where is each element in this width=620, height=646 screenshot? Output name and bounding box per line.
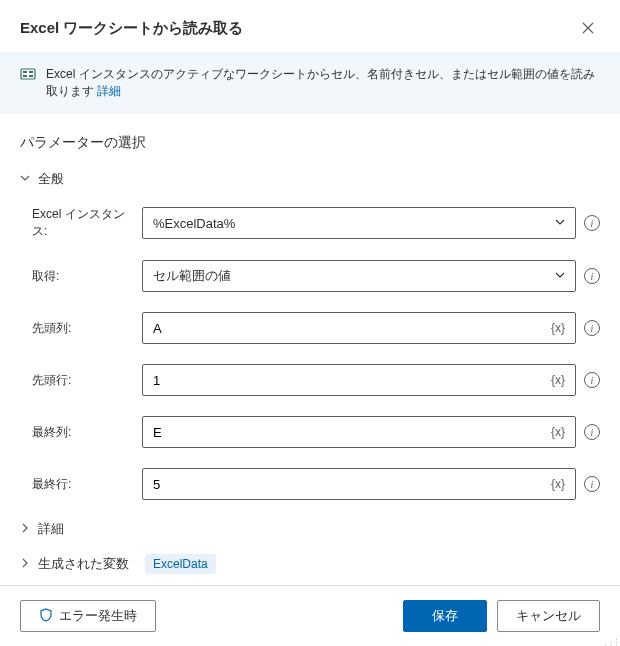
label-instance: Excel インスタンス: [22, 206, 134, 240]
input-endrow-wrap: {x} [142, 468, 576, 500]
section-title: パラメーターの選択 [20, 134, 600, 152]
variable-picker-icon[interactable]: {x} [551, 321, 565, 335]
generated-vars-toggle[interactable]: 生成された変数 ExcelData [20, 554, 600, 574]
select-retrieve[interactable]: セル範囲の値 [142, 260, 576, 292]
select-retrieve-value: セル範囲の値 [153, 267, 231, 285]
input-endcol-wrap: {x} [142, 416, 576, 448]
chevron-down-icon [20, 173, 30, 185]
variable-picker-icon[interactable]: {x} [551, 425, 565, 439]
label-endcol: 最終列: [22, 424, 134, 441]
row-startcol: 先頭列: {x} i [22, 312, 600, 344]
variable-picker-icon[interactable]: {x} [551, 373, 565, 387]
save-button[interactable]: 保存 [403, 600, 487, 632]
advanced-label: 詳細 [38, 520, 64, 538]
variable-picker-icon[interactable]: {x} [551, 477, 565, 491]
input-endcol[interactable] [153, 417, 551, 447]
excel-action-icon [20, 66, 36, 82]
info-icon-instance[interactable]: i [584, 215, 600, 231]
chevron-right-icon [20, 558, 30, 570]
dialog-footer: エラー発生時 保存 キャンセル [0, 585, 620, 646]
chevron-down-icon [555, 270, 565, 282]
error-handling-button[interactable]: エラー発生時 [20, 600, 156, 632]
input-startrow-wrap: {x} [142, 364, 576, 396]
footer-right: 保存 キャンセル [403, 600, 600, 632]
dialog-read-excel: Excel ワークシートから読み取る Excel インスタンスのアクティブなワー… [0, 0, 620, 646]
info-text-content: Excel インスタンスのアクティブなワークシートからセル、名前付きセル、または… [46, 67, 595, 98]
cancel-button[interactable]: キャンセル [497, 600, 600, 632]
dialog-content: パラメーターの選択 全般 Excel インスタンス: %ExcelData% i… [0, 114, 620, 585]
row-startrow: 先頭行: {x} i [22, 364, 600, 396]
info-link[interactable]: 詳細 [97, 84, 121, 98]
info-icon-retrieve[interactable]: i [584, 268, 600, 284]
svg-rect-3 [23, 75, 27, 77]
input-startrow[interactable] [153, 365, 551, 395]
row-retrieve: 取得: セル範囲の値 i [22, 260, 600, 292]
chevron-right-icon [20, 523, 30, 535]
info-icon-startcol[interactable]: i [584, 320, 600, 336]
error-button-label: エラー発生時 [59, 607, 137, 625]
select-instance[interactable]: %ExcelData% [142, 207, 576, 239]
general-section: Excel インスタンス: %ExcelData% i 取得: セル範囲の値 [20, 206, 600, 500]
svg-rect-0 [21, 69, 35, 79]
dialog-header: Excel ワークシートから読み取る [0, 0, 620, 52]
dialog-title: Excel ワークシートから読み取る [20, 19, 243, 38]
info-icon-startrow[interactable]: i [584, 372, 600, 388]
svg-rect-4 [29, 75, 33, 77]
general-toggle[interactable]: 全般 [20, 170, 600, 188]
generated-var-badge[interactable]: ExcelData [145, 554, 216, 574]
row-instance: Excel インスタンス: %ExcelData% i [22, 206, 600, 240]
footer-left: エラー発生時 [20, 600, 156, 632]
row-endcol: 最終列: {x} i [22, 416, 600, 448]
info-bar: Excel インスタンスのアクティブなワークシートからセル、名前付きセル、または… [0, 52, 620, 114]
info-icon-endcol[interactable]: i [584, 424, 600, 440]
advanced-toggle[interactable]: 詳細 [20, 520, 600, 538]
shield-icon [39, 608, 53, 625]
input-startcol[interactable] [153, 313, 551, 343]
close-icon [582, 22, 594, 34]
svg-rect-1 [23, 71, 27, 73]
info-icon-endrow[interactable]: i [584, 476, 600, 492]
label-startcol: 先頭列: [22, 320, 134, 337]
select-instance-value: %ExcelData% [153, 216, 235, 231]
row-endrow: 最終行: {x} i [22, 468, 600, 500]
info-text: Excel インスタンスのアクティブなワークシートからセル、名前付きセル、または… [46, 66, 600, 100]
close-button[interactable] [576, 16, 600, 40]
input-endrow[interactable] [153, 469, 551, 499]
generated-vars-label: 生成された変数 [38, 555, 129, 573]
general-label: 全般 [38, 170, 64, 188]
chevron-down-icon [555, 217, 565, 229]
input-startcol-wrap: {x} [142, 312, 576, 344]
label-startrow: 先頭行: [22, 372, 134, 389]
label-endrow: 最終行: [22, 476, 134, 493]
label-retrieve: 取得: [22, 268, 134, 285]
svg-rect-2 [29, 71, 33, 73]
